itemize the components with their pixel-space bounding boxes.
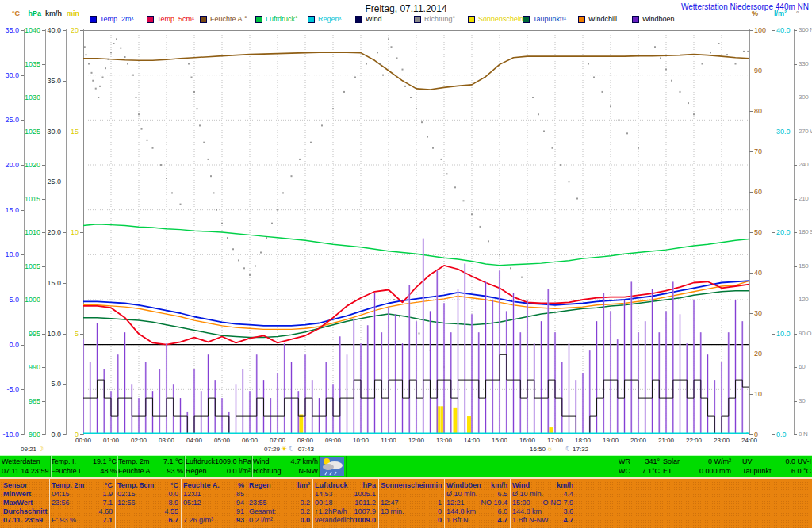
legend-label: Luftdruck°: [266, 15, 298, 23]
axis-tick: [794, 367, 797, 368]
axis-tick: [63, 182, 66, 182]
axis-tick-label-: 270 W: [799, 128, 812, 135]
legend-label: Regenˣ: [318, 15, 341, 23]
moonset-icon: ☾: [289, 445, 295, 453]
axis-tick-label-l-m: 10.0: [776, 330, 791, 338]
x-tick-label: 19:00: [597, 437, 624, 444]
column-unit: hPa: [362, 481, 376, 490]
cell-value: 4.4: [563, 490, 573, 499]
x-tick-label: 16:00: [514, 437, 541, 444]
table-column-header-sonnenschein: Sonnenscheinmin: [381, 481, 442, 490]
axis-tick-label-: 240: [799, 161, 808, 168]
table-cell: 91: [183, 507, 244, 516]
x-tick-label: 11:00: [375, 437, 402, 444]
moon-time-annotation: 09:21☽: [21, 445, 44, 453]
legend-swatch-luftdruck: [255, 16, 262, 23]
axis-tick: [42, 165, 45, 166]
legend-label: Wind: [366, 15, 382, 23]
cell-time: 23:55: [249, 499, 267, 507]
axis-tick: [63, 81, 66, 82]
legend-label: Temp. 5cmˣ: [157, 15, 194, 23]
axis-tick-label-hpa: 1035: [9, 60, 40, 68]
axis-tick-label-: 210: [799, 195, 808, 202]
table-separator: [312, 479, 313, 528]
table-cell: 144.8 km6.0: [446, 507, 508, 516]
cell-time: Gesamt:: [249, 507, 276, 516]
axis-tick-label-: 30: [754, 309, 762, 317]
axis-tick: [42, 367, 45, 368]
legend-item-richtung: Richtung°: [414, 15, 455, 23]
axis-tick: [749, 111, 753, 112]
legend-item-luftdruck: Luftdruck°: [255, 15, 298, 23]
table-column-header-regen: Regenl/m²: [249, 481, 310, 490]
legend-swatch-richtung: [414, 16, 421, 23]
status-value: N-NW: [299, 466, 319, 476]
cell-time: veränderlich: [315, 516, 354, 525]
axis-tick: [42, 266, 45, 267]
cell-value: 1.9: [102, 490, 113, 499]
axis-tick: [21, 75, 24, 76]
axis-tick-label-c: 0.0: [0, 341, 19, 349]
column-unit: km/h: [557, 481, 573, 490]
status-cell-0: Wetterdaten07.11.14 23:59: [2, 457, 49, 476]
cell-time: 05:12: [183, 499, 201, 507]
table-row-label: MinWert: [3, 490, 49, 499]
status-cell-4: Wind4.7 km/hRichtungN-NW: [253, 457, 318, 476]
axis-tick-label-l-m: 20.0: [776, 228, 791, 236]
legend-item-temp-5cm: Temp. 5cmˣ: [147, 15, 194, 23]
cell-time: 0.2 l/m²: [249, 516, 273, 525]
table-cell: 00:181011.2: [315, 499, 376, 507]
sun-icon: ☀: [281, 445, 287, 453]
axis-tick: [42, 300, 45, 300]
status-label: WC: [619, 466, 630, 476]
axis-tick: [21, 210, 24, 211]
weather-chart: [83, 30, 749, 434]
cell-value: 0.0: [300, 516, 310, 525]
axis-tick: [21, 254, 24, 255]
status-separator: [184, 456, 186, 477]
table-cell: Gesamt:0.2: [249, 507, 310, 516]
column-title: Sonnenschein: [381, 481, 430, 490]
axis-tick-label-: 60: [754, 188, 762, 196]
x-tick-label: 22:00: [680, 437, 707, 444]
status-label: Taupunkt: [742, 466, 772, 476]
axis-tick-label-c: 25.0: [0, 116, 19, 124]
cell-value: 1: [438, 499, 442, 507]
table-cell: 13 min.0: [381, 507, 442, 516]
column-title: Feuchte A.: [183, 481, 220, 490]
table-cell: Ø 10 min.4.4: [512, 490, 573, 499]
legend-swatch-temp-2m: [90, 16, 97, 23]
axis-tick: [794, 132, 797, 132]
status-label: WR: [619, 457, 630, 466]
x-tick-label: 08:00: [292, 437, 319, 444]
cell-value: 94: [236, 499, 244, 507]
moonrise-icon: ☾: [565, 445, 572, 453]
table-row-label: MaxWert: [3, 499, 49, 507]
axis-unit-: %: [752, 10, 758, 17]
axis-tick-label-: 150: [799, 262, 808, 270]
axis-tick-label-: 20: [754, 350, 762, 358]
legend-swatch-sonnenschein: [468, 16, 475, 23]
legend-item-windb-en: Windböen: [632, 15, 675, 23]
cell-time: 15:00: [512, 499, 530, 507]
table-cell: 7.26 g/m³93: [183, 516, 244, 525]
table-column-header-temp-5cm: Temp. 5cm°C: [117, 481, 178, 490]
cell-value: 0.0: [168, 490, 178, 499]
axis-tick-label-km-h: 25.0: [29, 178, 61, 186]
table-cell: [249, 490, 310, 499]
column-title: Windböen: [446, 481, 481, 490]
table-cell: 04:151.9: [52, 490, 113, 499]
status-value: 4.7 km/h: [290, 457, 318, 466]
cell-time: 00:18: [315, 499, 333, 507]
status-label: Luftdruck: [186, 457, 215, 466]
legend-label: Sonnenschein: [478, 15, 523, 23]
cell-value: 3.6: [563, 507, 573, 516]
status-cell-3: Luftdruck1009.0 hPaRegen0.0 l/m²: [186, 457, 251, 476]
status-label: Solar: [663, 457, 680, 466]
x-tick-label: 00:00: [70, 437, 97, 444]
table-cell: F: 93 %7.1: [52, 516, 113, 525]
legend-item-feuchte-a: Feuchte A.°: [200, 15, 247, 23]
x-tick-label: 03:00: [153, 437, 180, 444]
axis-tick: [749, 71, 753, 71]
cell-time: 13 min.: [381, 507, 404, 516]
